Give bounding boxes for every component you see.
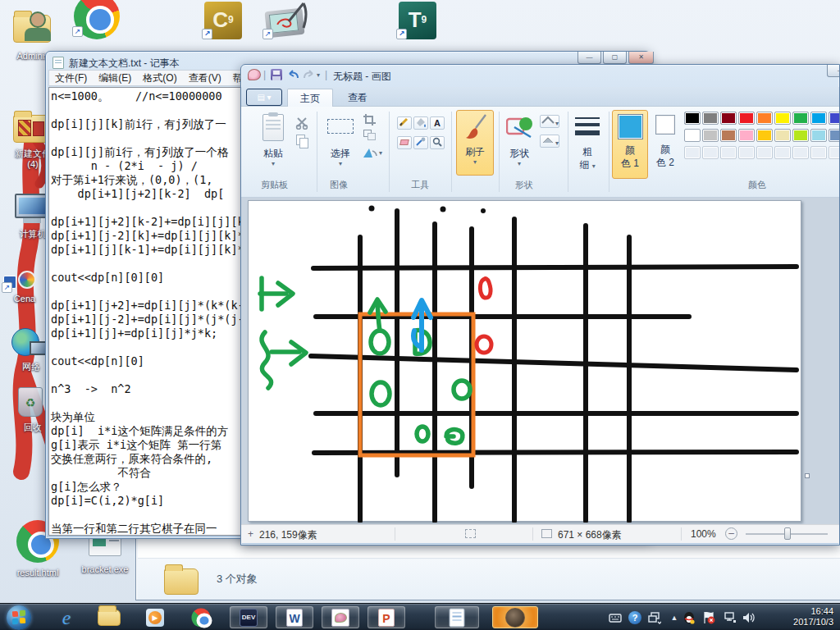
taskbar-wmp[interactable]: ▶: [136, 606, 174, 628]
taskbar-word[interactable]: W: [276, 606, 313, 628]
computer-base-icon: [23, 218, 41, 223]
palette-swatch[interactable]: [774, 112, 791, 125]
help-tray-icon[interactable]: ?: [628, 611, 641, 624]
quick-access-dropdown-icon[interactable]: ▾: [317, 71, 320, 79]
palette-swatch[interactable]: [756, 129, 773, 142]
palette-swatch[interactable]: [684, 112, 701, 125]
palette-swatch[interactable]: [756, 112, 773, 125]
copy-icon[interactable]: [296, 135, 305, 145]
tab-home[interactable]: 主页: [287, 89, 333, 107]
paste-button[interactable]: 粘贴 ▾: [254, 111, 292, 178]
taskbar-explorer[interactable]: [90, 606, 128, 628]
undo-icon[interactable]: [287, 69, 300, 80]
taskbar-clock[interactable]: 16:44 2017/10/3: [793, 606, 833, 628]
pencil-tool[interactable]: [397, 116, 412, 130]
eraser-tool[interactable]: [397, 136, 412, 149]
resize-icon[interactable]: [363, 130, 372, 137]
redo-icon[interactable]: [302, 69, 315, 80]
menu-view[interactable]: 查看(V): [183, 71, 227, 85]
palette-swatch[interactable]: [738, 129, 755, 142]
zoom-out-button[interactable]: –: [725, 527, 737, 540]
volume-tray-icon[interactable]: [742, 611, 755, 624]
tab-view[interactable]: 查看: [335, 89, 381, 107]
shortcut-arrow-icon: ↗: [2, 282, 12, 293]
save-icon[interactable]: [271, 69, 282, 80]
keyboard-tray-icon[interactable]: [609, 611, 622, 624]
palette-swatch[interactable]: [702, 112, 719, 125]
palette-swatch[interactable]: [792, 146, 809, 159]
word-icon: W: [286, 609, 303, 627]
desktop-icon-cena[interactable]: ↗ Cena: [2, 271, 48, 310]
paint-menu-button[interactable]: ▤ ▾: [246, 89, 282, 106]
taskbar-chrome[interactable]: [182, 606, 220, 628]
palette-swatch[interactable]: [810, 112, 827, 125]
palette-swatch[interactable]: [792, 112, 809, 125]
palette-swatch[interactable]: [756, 146, 773, 159]
taskbar-paint[interactable]: [322, 606, 359, 628]
menu-format[interactable]: 格式(O): [137, 71, 182, 85]
paste-dropdown-icon: ▾: [254, 160, 292, 167]
menu-edit[interactable]: 编辑(E): [93, 71, 137, 85]
palette-swatch[interactable]: [720, 146, 737, 159]
brush-button[interactable]: 刷子 ▾: [456, 110, 494, 176]
color2-button[interactable]: 颜 色 2: [651, 112, 679, 177]
palette-swatch[interactable]: [810, 129, 827, 142]
show-hidden-icons-button[interactable]: ▲: [668, 611, 681, 624]
taskbar-devcpp[interactable]: DEV: [230, 606, 267, 628]
canvas-resize-handle[interactable]: [805, 473, 810, 478]
taskbar-recorder[interactable]: [492, 606, 538, 628]
palette-swatch[interactable]: [829, 129, 840, 142]
explorer-window: 3 个对象: [135, 538, 840, 600]
desktop-icon-t9-shortcut[interactable]: T9 ↗: [399, 2, 436, 39]
shape-fill-button[interactable]: ▾: [540, 135, 559, 148]
minimize-button[interactable]: —: [578, 52, 601, 64]
palette-swatch[interactable]: [829, 146, 840, 159]
shape-outline-button[interactable]: ▾: [540, 115, 559, 128]
action-center-flag-icon[interactable]: [702, 611, 715, 624]
crop-icon[interactable]: [363, 113, 377, 126]
palette-swatch[interactable]: [792, 129, 809, 142]
palette-swatch[interactable]: [738, 146, 755, 159]
network-tray-icon[interactable]: [724, 611, 737, 624]
cut-icon[interactable]: [295, 116, 310, 130]
select-button[interactable]: 选择 ▾: [322, 111, 359, 178]
close-button[interactable]: ✕: [628, 52, 654, 64]
palette-swatch[interactable]: [774, 129, 791, 142]
size-button[interactable]: 粗 细 ▾: [571, 111, 604, 178]
taskbar-powerpoint[interactable]: P: [368, 606, 405, 628]
taskbar-ie[interactable]: e: [48, 606, 85, 628]
palette-swatch[interactable]: [738, 112, 755, 125]
palette-swatch[interactable]: [829, 112, 840, 125]
window-tray-icon[interactable]: [648, 611, 661, 624]
palette-swatch[interactable]: [810, 146, 827, 159]
menu-file[interactable]: 文件(F): [49, 71, 93, 85]
palette-swatch[interactable]: [684, 146, 701, 159]
palette-swatch[interactable]: [684, 129, 701, 142]
magnifier-tool[interactable]: [430, 136, 445, 149]
start-button[interactable]: [7, 605, 31, 630]
palette-swatch[interactable]: [720, 129, 737, 142]
paint-minimize-button[interactable]: —: [827, 65, 840, 77]
color-picker-tool[interactable]: [413, 136, 428, 149]
palette-swatch[interactable]: [702, 146, 719, 159]
palette-swatch[interactable]: [702, 129, 719, 142]
color1-button[interactable]: 颜 色 1: [612, 110, 648, 179]
shapes-button[interactable]: 形状 ▾: [502, 111, 536, 178]
desktop-icon-chrome-shortcut[interactable]: ↗: [74, 0, 120, 39]
qq-tray-icon[interactable]: [682, 611, 696, 624]
powerpoint-icon: P: [378, 609, 395, 627]
fill-tool[interactable]: [413, 116, 428, 130]
brush-dropdown-icon: ▾: [457, 158, 493, 166]
palette-swatch[interactable]: [720, 112, 737, 125]
folder-icon: [164, 568, 199, 595]
paint-canvas[interactable]: [248, 200, 801, 522]
maximize-button[interactable]: ▢: [603, 52, 627, 64]
zoom-slider-thumb[interactable]: [784, 527, 791, 540]
desktop-icon-tablet-shortcut[interactable]: ↗: [264, 3, 308, 39]
palette-swatch[interactable]: [774, 146, 791, 159]
rotate-icon[interactable]: [361, 146, 379, 161]
desktop-icon-c9-shortcut[interactable]: C9 ↗: [204, 2, 242, 39]
paint-titlebar[interactable]: | ▾ | 无标题 - 画图 —: [241, 65, 839, 86]
taskbar-notepad[interactable]: [435, 606, 479, 628]
text-tool[interactable]: A: [430, 116, 445, 130]
